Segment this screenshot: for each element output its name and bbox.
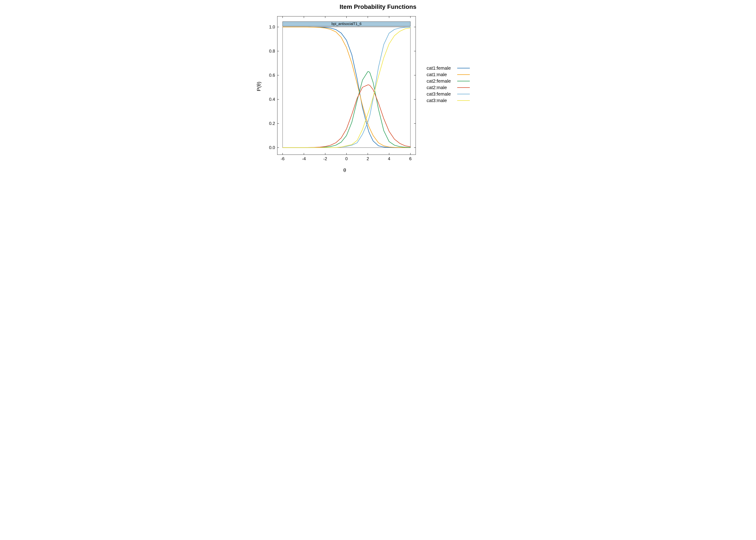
x-tick-label: 6 bbox=[409, 156, 412, 161]
y-tick-label: 0.8 bbox=[269, 49, 275, 54]
legend-item: cat2:male bbox=[427, 84, 470, 91]
legend-swatch bbox=[457, 94, 470, 94]
legend-item: cat3:male bbox=[427, 97, 470, 104]
series-cat2-male bbox=[283, 85, 410, 148]
series-cat1-female bbox=[283, 27, 410, 148]
x-tick-label: -4 bbox=[302, 156, 306, 161]
series-cat1-male bbox=[283, 27, 410, 148]
legend-swatch bbox=[457, 74, 470, 75]
legend-swatch bbox=[457, 100, 470, 101]
series-cat3-female bbox=[283, 27, 410, 148]
x-tick-label: -2 bbox=[323, 156, 327, 161]
y-tick-label: 1.0 bbox=[269, 25, 275, 30]
panel-strip-label: bpi_antisocialT1_6 bbox=[331, 22, 362, 26]
legend-label: cat1:male bbox=[427, 72, 457, 77]
x-tick-label: -6 bbox=[281, 156, 284, 161]
legend-label: cat2:female bbox=[427, 78, 457, 84]
x-axis-label: θ bbox=[343, 167, 346, 173]
legend-label: cat3:female bbox=[427, 91, 457, 97]
chart-title: Item Probability Functions bbox=[252, 3, 504, 10]
legend-item: cat1:male bbox=[427, 71, 470, 78]
y-tick-label: 0.4 bbox=[269, 97, 275, 102]
chart-page: Item Probability Functions P(θ) θ bpi_an… bbox=[252, 0, 504, 180]
y-tick-label: 0.2 bbox=[269, 121, 275, 126]
series-cat2-female bbox=[283, 71, 410, 148]
y-tick-label: 0.0 bbox=[269, 145, 275, 150]
y-tick-label: 0.6 bbox=[269, 73, 275, 78]
series-cat3-male bbox=[283, 28, 410, 148]
legend-label: cat3:male bbox=[427, 98, 457, 103]
y-axis-label: P(θ) bbox=[256, 82, 262, 91]
legend-swatch bbox=[457, 81, 470, 81]
legend-label: cat1:female bbox=[427, 66, 457, 71]
legend-item: cat3:female bbox=[427, 91, 470, 97]
svg-rect-15 bbox=[283, 27, 410, 148]
legend-item: cat2:female bbox=[427, 78, 470, 84]
legend: cat1:femalecat1:malecat2:femalecat2:male… bbox=[427, 65, 470, 104]
legend-item: cat1:female bbox=[427, 65, 470, 71]
legend-label: cat2:male bbox=[427, 85, 457, 90]
legend-swatch bbox=[457, 87, 470, 88]
legend-swatch bbox=[457, 68, 470, 68]
x-tick-label: 0 bbox=[345, 156, 347, 161]
chart-svg: bpi_antisocialT1_6 bbox=[277, 16, 416, 155]
svg-rect-0 bbox=[277, 16, 416, 155]
x-tick-label: 4 bbox=[388, 156, 390, 161]
plot-frame: bpi_antisocialT1_6 bbox=[277, 16, 416, 155]
x-tick-label: 2 bbox=[367, 156, 369, 161]
